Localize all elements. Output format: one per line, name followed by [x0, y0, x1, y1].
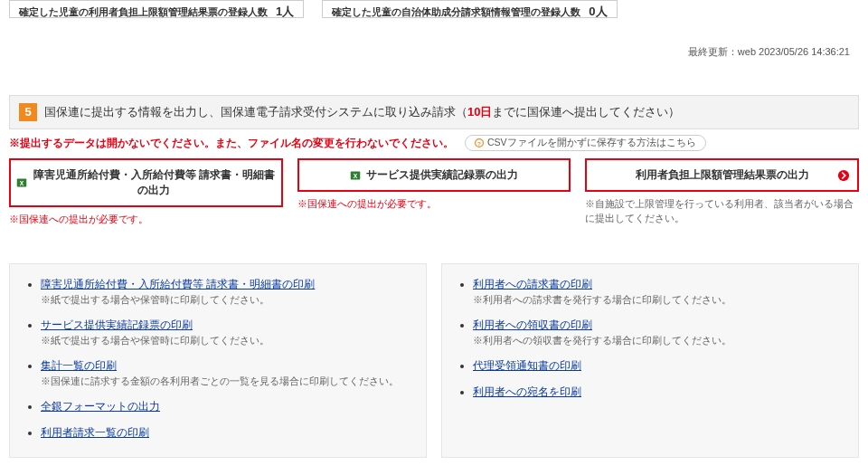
- fixed-subsidy-label: 確定した児童の自治体助成分請求額情報管理の登録人数: [332, 6, 580, 17]
- link-sub: ※紙で提出する場合や保管時に印刷してください。: [41, 335, 410, 347]
- link-sub: ※紙で提出する場合や保管時に印刷してください。: [41, 294, 410, 307]
- do-not-open-warning: ※提出するデータは開かないでください。また、ファイル名の変更を行わないでください…: [9, 137, 454, 150]
- csv-save-hint-button[interactable]: ? CSVファイルを開かずに保存する方法はこちら: [465, 135, 706, 151]
- excel-icon: X: [350, 170, 361, 181]
- print-links-right-panel: 利用者への請求書の印刷 ※利用者への請求書を発行する場合に印刷してください。 利…: [441, 263, 859, 458]
- section-5-title: 国保連に提出する情報を出力し、国保連電子請求受付システムに取り込み請求（10日ま…: [44, 104, 680, 120]
- list-item: 集計一覧の印刷 ※国保連に請求する金額の各利用者ごとの一覧を見る場合に印刷してく…: [41, 358, 410, 388]
- print-riyousha-seikyu-ichiran-link[interactable]: 利用者請求一覧の印刷: [41, 426, 149, 439]
- print-atena-link[interactable]: 利用者への宛名を印刷: [473, 385, 581, 398]
- print-seikyusho-link[interactable]: 障害児通所給付費・入所給付費等 請求書・明細書の印刷: [41, 278, 315, 290]
- fixed-subsidy-count: 0人: [589, 5, 607, 18]
- export-jisseki-note: ※国保連への提出が必要です。: [297, 197, 571, 212]
- list-item: 障害児通所給付費・入所給付費等 請求書・明細書の印刷 ※紙で提出する場合や保管時…: [41, 277, 410, 307]
- export-zengin-link[interactable]: 全銀フォーマットの出力: [41, 400, 160, 413]
- list-item: 代理受領通知書の印刷: [473, 358, 842, 374]
- fixed-cap-card: 確定した児童の利用者負担上限額管理結果票の登録人数 1人: [9, 0, 304, 18]
- fixed-cap-label: 確定した児童の利用者負担上限額管理結果票の登録人数: [19, 6, 268, 17]
- print-user-receipt-link[interactable]: 利用者への領収書の印刷: [473, 318, 592, 331]
- svg-text:X: X: [20, 180, 24, 186]
- chevron-right-icon: [837, 169, 850, 182]
- excel-icon: X: [16, 177, 27, 188]
- list-item: 利用者への請求書の印刷 ※利用者への請求書を発行する場合に印刷してください。: [473, 277, 842, 307]
- fixed-cap-count: 1人: [276, 5, 294, 18]
- svg-text:X: X: [354, 173, 358, 179]
- last-updated: 最終更新：web 2023/05/26 14:36:21: [9, 45, 850, 59]
- question-icon: ?: [475, 138, 484, 147]
- print-user-invoice-link[interactable]: 利用者への請求書の印刷: [473, 278, 592, 290]
- list-item: 利用者への宛名を印刷: [473, 385, 842, 400]
- export-jogen-button[interactable]: 利用者負担上限額管理結果票の出力: [585, 158, 859, 192]
- export-jogen-note: ※自施設で上限管理を行っている利用者、該当者がいる場合に提出してください。: [585, 197, 859, 226]
- print-jisseki-link[interactable]: サービス提供実績記録票の印刷: [41, 318, 193, 331]
- print-dairi-juryo-link[interactable]: 代理受領通知書の印刷: [473, 359, 581, 372]
- print-links-left-panel: 障害児通所給付費・入所給付費等 請求書・明細書の印刷 ※紙で提出する場合や保管時…: [9, 263, 427, 458]
- svg-point-6: [838, 169, 849, 180]
- print-shukei-link[interactable]: 集計一覧の印刷: [41, 359, 117, 372]
- link-sub: ※国保連に請求する金額の各利用者ごとの一覧を見る場合に印刷してください。: [41, 375, 410, 388]
- list-item: サービス提供実績記録票の印刷 ※紙で提出する場合や保管時に印刷してください。: [41, 318, 410, 347]
- svg-text:?: ?: [477, 140, 481, 147]
- section-number-badge: 5: [19, 103, 37, 121]
- fixed-subsidy-card: 確定した児童の自治体助成分請求額情報管理の登録人数 0人: [322, 0, 617, 18]
- list-item: 全銀フォーマットの出力: [41, 399, 410, 414]
- list-item: 利用者請求一覧の印刷: [41, 425, 410, 441]
- section-5-header: 5 国保連に提出する情報を出力し、国保連電子請求受付システムに取り込み請求（10…: [9, 95, 859, 129]
- link-sub: ※利用者への請求書を発行する場合に印刷してください。: [473, 294, 842, 307]
- export-seikyusho-note: ※国保連への提出が必要です。: [9, 213, 283, 227]
- export-jisseki-button[interactable]: X サービス提供実績記録票の出力: [297, 158, 571, 192]
- link-sub: ※利用者への領収書を発行する場合に印刷してください。: [473, 335, 842, 347]
- list-item: 利用者への領収書の印刷 ※利用者への領収書を発行する場合に印刷してください。: [473, 318, 842, 347]
- export-seikyusho-button[interactable]: X 障害児通所給付費・入所給付費等 請求書・明細書の出力: [9, 158, 283, 207]
